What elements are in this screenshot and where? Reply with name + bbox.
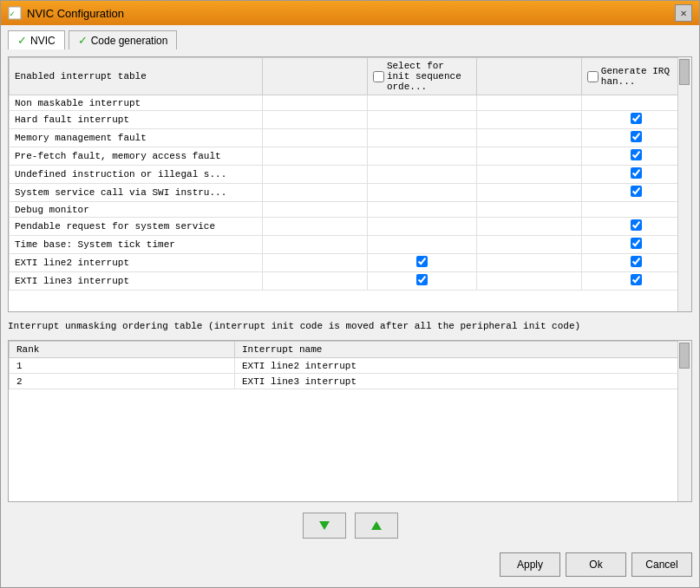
interrupt-col1 xyxy=(263,147,368,166)
main-content: Enabled interrupt table Select for init … xyxy=(1,49,699,587)
interrupt-row: Debug monitor xyxy=(10,202,691,218)
interrupt-gen-checkbox-cell xyxy=(581,202,690,218)
interrupt-col1 xyxy=(263,254,368,272)
interrupt-row: Memory management fault xyxy=(10,129,691,147)
unmasking-row: 2EXTI line3 interrupt xyxy=(10,374,691,389)
interrupt-name: Memory management fault xyxy=(10,129,263,147)
interrupt-col3 xyxy=(477,236,582,254)
interrupt-seq-checkbox-cell xyxy=(367,236,476,254)
interrupt-col1 xyxy=(263,272,368,291)
interrupt-gen-checkbox[interactable] xyxy=(631,131,642,142)
interrupt-gen-checkbox[interactable] xyxy=(631,274,642,285)
interrupt-gen-checkbox[interactable] xyxy=(631,219,642,231)
interrupt-gen-checkbox[interactable] xyxy=(631,167,642,179)
interrupt-gen-checkbox[interactable] xyxy=(631,113,642,124)
interrupt-seq-checkbox[interactable] xyxy=(416,274,428,285)
interrupt-col3 xyxy=(477,129,582,147)
cancel-button[interactable]: Cancel xyxy=(631,552,692,577)
window-title: NVIC Configuration xyxy=(27,7,124,20)
interrupt-col1 xyxy=(263,95,368,111)
apply-button[interactable]: Apply xyxy=(500,552,560,577)
interrupt-col1 xyxy=(263,202,368,218)
unmasking-table-section: Rank Interrupt name 1EXTI line2 interrup… xyxy=(8,340,692,502)
unmasking-int-name: EXTI line2 interrupt xyxy=(235,358,691,374)
interrupt-gen-checkbox-cell xyxy=(581,272,690,291)
interrupt-col3 xyxy=(477,272,582,291)
interrupt-col1 xyxy=(263,184,368,202)
interrupt-table: Enabled interrupt table Select for init … xyxy=(9,57,691,291)
interrupt-col1 xyxy=(263,236,368,254)
table-scrollbar-thumb[interactable] xyxy=(679,59,690,85)
col-header-c1 xyxy=(263,58,368,95)
interrupt-name: Non maskable interrupt xyxy=(10,95,263,111)
svg-marker-2 xyxy=(319,521,330,530)
move-up-button[interactable] xyxy=(355,513,398,539)
col-header-gen: Generate IRQ han... xyxy=(581,58,690,95)
interrupt-gen-checkbox[interactable] xyxy=(631,238,642,249)
table-scrollbar[interactable] xyxy=(677,57,691,311)
interrupt-name: Debug monitor xyxy=(10,202,263,218)
interrupt-gen-checkbox[interactable] xyxy=(631,186,642,197)
unmasking-row: 1EXTI line2 interrupt xyxy=(10,358,691,374)
interrupt-seq-checkbox-cell xyxy=(367,254,476,272)
interrupt-row: Pre-fetch fault, memory access fault xyxy=(10,147,691,166)
interrupt-col1 xyxy=(263,111,368,129)
col-header-rank: Rank xyxy=(10,342,235,358)
interrupt-row: Pendable request for system service xyxy=(10,218,691,236)
tabs-bar: ✓ NVIC ✓ Code generation xyxy=(1,25,699,49)
nvic-check-icon: ✓ xyxy=(17,34,27,47)
interrupt-seq-checkbox-cell xyxy=(367,111,476,129)
interrupt-gen-checkbox-cell xyxy=(581,111,690,129)
interrupt-seq-checkbox-cell xyxy=(367,129,476,147)
svg-text:✓: ✓ xyxy=(10,10,15,19)
up-arrow-icon xyxy=(368,517,385,534)
interrupt-name: Pre-fetch fault, memory access fault xyxy=(10,147,263,166)
interrupt-col1 xyxy=(263,129,368,147)
interrupt-row: EXTI line3 interrupt xyxy=(10,272,691,291)
interrupt-gen-checkbox-cell xyxy=(581,95,690,111)
interrupt-seq-checkbox-cell xyxy=(367,272,476,291)
nvic-config-window: ✓ NVIC Configuration ✕ ✓ NVIC ✓ Code gen… xyxy=(0,0,700,588)
tab-nvic[interactable]: ✓ NVIC xyxy=(8,30,65,49)
interrupt-row: Hard fault interrupt xyxy=(10,111,691,129)
interrupt-name: System service call via SWI instru... xyxy=(10,184,263,202)
ok-button[interactable]: Ok xyxy=(566,552,626,577)
interrupt-gen-checkbox-cell xyxy=(581,166,690,184)
interrupt-gen-checkbox[interactable] xyxy=(631,256,642,267)
interrupt-seq-checkbox-cell xyxy=(367,147,476,166)
tab-code-gen-label: Code generation xyxy=(91,35,168,47)
interrupt-name: EXTI line3 interrupt xyxy=(10,272,263,291)
interrupt-col3 xyxy=(477,147,582,166)
close-button[interactable]: ✕ xyxy=(675,4,692,22)
interrupt-col3 xyxy=(477,184,582,202)
interrupt-col3 xyxy=(477,95,582,111)
interrupt-gen-checkbox-cell xyxy=(581,254,690,272)
interrupt-row: Time base: System tick timer xyxy=(10,236,691,254)
interrupt-seq-checkbox-cell xyxy=(367,166,476,184)
interrupt-table-section: Enabled interrupt table Select for init … xyxy=(8,56,692,312)
seq-header-checkbox[interactable] xyxy=(373,71,384,82)
interrupt-name: Pendable request for system service xyxy=(10,218,263,236)
interrupt-name: Hard fault interrupt xyxy=(10,111,263,129)
interrupt-gen-checkbox-cell xyxy=(581,218,690,236)
interrupt-seq-checkbox-cell xyxy=(367,218,476,236)
gen-header-checkbox[interactable] xyxy=(587,71,599,82)
col-header-c3 xyxy=(477,58,582,95)
unmasking-rank: 1 xyxy=(10,358,235,374)
tab-code-generation[interactable]: ✓ Code generation xyxy=(69,30,178,49)
interrupt-gen-checkbox-cell xyxy=(581,184,690,202)
interrupt-col3 xyxy=(477,166,582,184)
code-gen-check-icon: ✓ xyxy=(78,34,88,47)
unmasking-int-name: EXTI line3 interrupt xyxy=(235,374,691,389)
svg-marker-3 xyxy=(371,521,382,530)
col-header-seq: Select for init sequence orde... xyxy=(367,58,476,95)
unmasking-scrollbar[interactable] xyxy=(677,341,691,501)
interrupt-col3 xyxy=(477,202,582,218)
unmasking-scrollbar-thumb[interactable] xyxy=(679,343,690,369)
move-down-button[interactable] xyxy=(303,513,346,539)
interrupt-seq-checkbox[interactable] xyxy=(416,256,428,267)
interrupt-gen-checkbox-cell xyxy=(581,129,690,147)
interrupt-seq-checkbox-cell xyxy=(367,95,476,111)
interrupt-gen-checkbox[interactable] xyxy=(631,149,642,160)
interrupt-gen-checkbox-cell xyxy=(581,236,690,254)
